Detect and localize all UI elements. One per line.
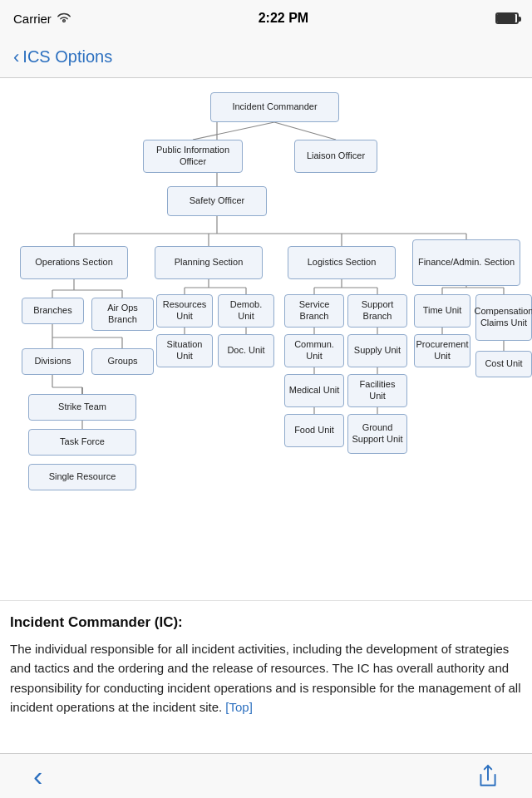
node-ground[interactable]: Ground Support Unit xyxy=(347,414,407,454)
svg-line-0 xyxy=(193,122,274,140)
node-pio[interactable]: Public Information Officer xyxy=(143,140,243,173)
node-fin[interactable]: Finance/Admin. Section xyxy=(412,239,520,286)
top-link[interactable]: [Top] xyxy=(225,700,253,714)
node-supply[interactable]: Supply Unit xyxy=(347,334,407,367)
node-doc[interactable]: Doc. Unit xyxy=(218,334,274,367)
node-supbr[interactable]: Support Branch xyxy=(347,294,407,328)
status-time: 2:22 PM xyxy=(259,11,308,26)
node-ops[interactable]: Operations Section xyxy=(20,246,128,279)
back-chevron-icon: ‹ xyxy=(13,48,19,66)
node-st[interactable]: Strike Team xyxy=(28,394,136,421)
node-med[interactable]: Medical Unit xyxy=(284,374,344,407)
nav-title: ICS Options xyxy=(22,47,112,66)
node-so[interactable]: Safety Officer xyxy=(167,186,267,216)
node-div[interactable]: Divisions xyxy=(22,348,84,375)
node-sit[interactable]: Situation Unit xyxy=(156,334,213,367)
org-chart: Incident Commander Public Information Of… xyxy=(5,88,527,587)
share-button[interactable] xyxy=(477,764,499,789)
node-log[interactable]: Logistics Section xyxy=(288,246,396,279)
node-res[interactable]: Resources Unit xyxy=(156,294,213,328)
description-text: The individual responsible for all incid… xyxy=(10,639,522,717)
status-bar: Carrier 2:22 PM xyxy=(0,0,532,37)
node-lo[interactable]: Liaison Officer xyxy=(294,140,377,173)
battery-icon xyxy=(495,12,519,24)
node-demob[interactable]: Demob. Unit xyxy=(218,294,274,328)
description-body: The individual responsible for all incid… xyxy=(10,642,521,714)
node-grp[interactable]: Groups xyxy=(91,348,154,375)
chart-area: Incident Commander Public Information Of… xyxy=(0,78,532,600)
bottom-bar: ‹ xyxy=(0,753,532,798)
node-branches[interactable]: Branches xyxy=(22,298,84,324)
node-airops[interactable]: Air Ops Branch xyxy=(91,298,154,331)
node-cost[interactable]: Cost Unit xyxy=(475,351,532,377)
node-food[interactable]: Food Unit xyxy=(284,414,344,447)
node-commun[interactable]: Commun. Unit xyxy=(284,334,344,367)
description-title: Incident Commander (IC): xyxy=(10,614,522,631)
status-left: Carrier xyxy=(13,12,71,26)
node-proc[interactable]: Procurement Unit xyxy=(414,334,470,367)
node-fac[interactable]: Facilities Unit xyxy=(347,374,407,407)
back-button-bottom[interactable]: ‹ xyxy=(33,760,42,792)
carrier-label: Carrier xyxy=(13,12,52,26)
svg-line-1 xyxy=(274,122,336,140)
node-svcbr[interactable]: Service Branch xyxy=(284,294,344,328)
node-comp[interactable]: Compensation Claims Unit xyxy=(475,294,532,341)
node-plan[interactable]: Planning Section xyxy=(155,246,263,279)
node-time[interactable]: Time Unit xyxy=(414,294,470,328)
node-ic[interactable]: Incident Commander xyxy=(210,92,339,122)
node-tf[interactable]: Task Force xyxy=(28,429,136,456)
nav-bar: ‹ ICS Options xyxy=(0,37,532,78)
share-icon xyxy=(477,764,499,789)
back-button[interactable]: ‹ ICS Options xyxy=(13,47,112,66)
node-sr[interactable]: Single Resource xyxy=(28,464,136,490)
wifi-icon xyxy=(57,12,71,26)
